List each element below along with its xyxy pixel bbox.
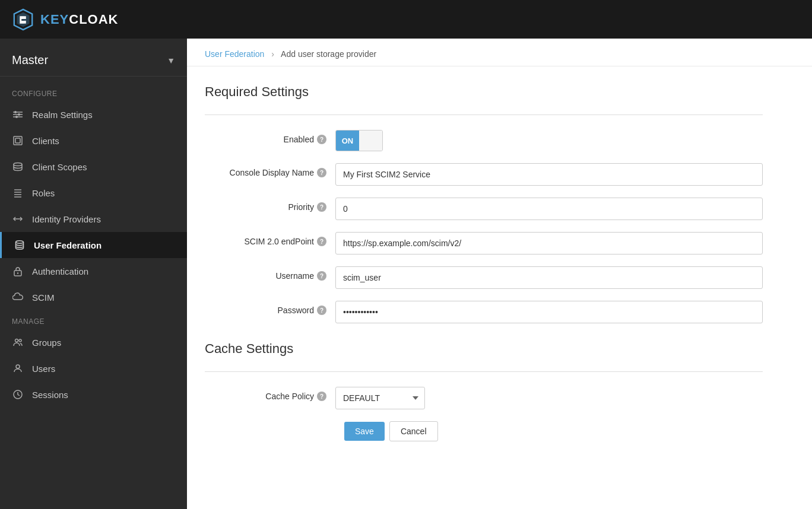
svg-point-13 [14, 163, 22, 166]
sidebar-item-client-scopes[interactable]: Client Scopes [0, 154, 187, 180]
scim-endpoint-help-icon[interactable]: ? [317, 237, 326, 246]
sessions-label: Sessions [32, 390, 68, 400]
cache-policy-label: Cache Policy ? [205, 387, 335, 401]
username-help-icon[interactable]: ? [317, 271, 326, 281]
cache-settings-divider [205, 371, 763, 372]
sidebar-item-identity-providers[interactable]: Identity Providers [0, 206, 187, 232]
sidebar: Master ▼ Configure Realm Settings [0, 39, 187, 509]
enabled-help-icon[interactable]: ? [317, 135, 326, 144]
svg-point-8 [14, 111, 17, 113]
svg-rect-12 [15, 138, 20, 143]
priority-help-icon[interactable]: ? [317, 202, 326, 212]
sidebar-item-groups[interactable]: Groups [0, 329, 187, 355]
clock-icon [12, 389, 24, 400]
password-field-group: Password ? [205, 301, 763, 323]
toggle-on-label: ON [336, 131, 359, 151]
groups-label: Groups [32, 338, 61, 348]
svg-point-23 [17, 272, 18, 273]
realm-name: Master [12, 53, 48, 67]
cache-settings-section: Cache Settings Cache Policy ? DEFAULT EV… [205, 341, 763, 409]
scim-label: SCIM [32, 292, 55, 303]
layers-icon [12, 161, 24, 173]
password-input[interactable] [335, 301, 763, 323]
cache-policy-help-icon[interactable]: ? [317, 392, 326, 401]
identity-providers-label: Identity Providers [32, 214, 101, 224]
save-button[interactable]: Save [344, 422, 385, 441]
password-label: Password ? [205, 301, 335, 315]
realm-chevron-icon: ▼ [167, 56, 175, 65]
breadcrumb: User Federation › Add user storage provi… [187, 39, 812, 66]
sidebar-item-scim[interactable]: SCIM [0, 284, 187, 310]
cache-settings-title: Cache Settings [205, 341, 763, 357]
svg-point-10 [15, 116, 18, 118]
svg-point-25 [19, 339, 21, 342]
scim-endpoint-group: SCIM 2.0 endPoint ? [205, 232, 763, 254]
console-display-name-group: Console Display Name ? [205, 163, 763, 186]
username-label: Username ? [205, 266, 335, 281]
scim-endpoint-label: SCIM 2.0 endPoint ? [205, 232, 335, 246]
svg-point-26 [16, 365, 20, 368]
configure-section-label: Configure [0, 82, 187, 101]
priority-label: Priority ? [205, 198, 335, 212]
console-display-name-help-icon[interactable]: ? [317, 168, 326, 177]
logo-text: KEYCLOAK [40, 12, 118, 27]
enabled-label: Enabled ? [205, 130, 335, 144]
svg-point-24 [15, 339, 18, 342]
svg-rect-11 [14, 136, 22, 145]
sidebar-item-user-federation[interactable]: User Federation [0, 232, 187, 258]
breadcrumb-parent[interactable]: User Federation [205, 49, 264, 59]
sidebar-item-roles[interactable]: Roles [0, 180, 187, 206]
manage-section-label: Manage [0, 310, 187, 329]
realm-settings-label: Realm Settings [32, 110, 93, 120]
sidebar-item-clients[interactable]: Clients [0, 128, 187, 154]
enabled-control: ON [335, 130, 763, 151]
user-federation-label: User Federation [34, 240, 102, 250]
keycloak-logo-icon [12, 8, 34, 31]
enabled-toggle[interactable]: ON [335, 130, 383, 151]
required-settings-title: Required Settings [205, 84, 763, 100]
username-input[interactable] [335, 266, 763, 289]
svg-rect-3 [24, 16, 26, 19]
roles-label: Roles [32, 188, 55, 198]
database-icon [14, 239, 26, 251]
required-settings-section: Required Settings Enabled ? ON [205, 84, 763, 323]
cache-policy-select[interactable]: DEFAULT EVICT_DAILY EVICT_WEEKLY MAX_LIF… [335, 387, 425, 409]
priority-control [335, 198, 763, 220]
cloud-icon [12, 291, 24, 303]
form-action-buttons: Save Cancel [205, 421, 763, 441]
username-control [335, 266, 763, 289]
content-area: User Federation › Add user storage provi… [187, 39, 812, 509]
breadcrumb-current: Add user storage provider [281, 49, 376, 59]
priority-field-group: Priority ? [205, 198, 763, 220]
scim-endpoint-input[interactable] [335, 232, 763, 254]
cube-icon [12, 135, 24, 147]
console-display-name-label: Console Display Name ? [205, 163, 335, 177]
svg-rect-4 [24, 20, 26, 23]
console-display-name-control [335, 163, 763, 186]
users-label: Users [32, 364, 55, 374]
cache-policy-group: Cache Policy ? DEFAULT EVICT_DAILY EVICT… [205, 387, 763, 409]
clients-label: Clients [32, 136, 59, 146]
sidebar-item-sessions[interactable]: Sessions [0, 381, 187, 408]
required-settings-divider [205, 114, 763, 115]
toggle-off-area [359, 131, 382, 151]
logo: KEYCLOAK [12, 8, 118, 31]
sliders-icon [12, 109, 24, 120]
sidebar-item-realm-settings[interactable]: Realm Settings [0, 101, 187, 128]
top-header: KEYCLOAK [0, 0, 812, 39]
enabled-field-group: Enabled ? ON [205, 130, 763, 151]
lock-icon [12, 265, 24, 277]
password-control [335, 301, 763, 323]
cache-policy-control: DEFAULT EVICT_DAILY EVICT_WEEKLY MAX_LIF… [335, 387, 763, 409]
sidebar-item-users[interactable]: Users [0, 355, 187, 381]
realm-selector[interactable]: Master ▼ [0, 44, 187, 77]
priority-input[interactable] [335, 198, 763, 220]
breadcrumb-separator: › [271, 49, 274, 59]
username-field-group: Username ? [205, 266, 763, 289]
user-icon [12, 362, 24, 374]
cancel-button[interactable]: Cancel [389, 421, 438, 441]
console-display-name-input[interactable] [335, 163, 763, 186]
password-help-icon[interactable]: ? [317, 306, 326, 315]
sidebar-item-authentication[interactable]: Authentication [0, 258, 187, 284]
list-icon [12, 187, 24, 199]
